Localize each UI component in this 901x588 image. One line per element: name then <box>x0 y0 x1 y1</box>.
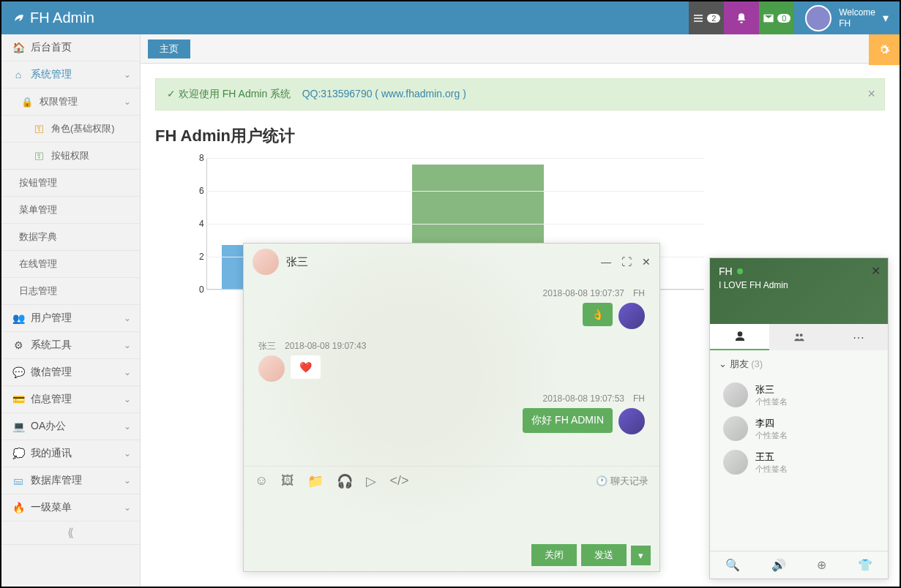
friend-item[interactable]: 王五个性签名 <box>710 445 888 479</box>
brand: FH Admin <box>1 10 105 26</box>
sidebar-collapse[interactable]: ⟪ <box>1 521 140 545</box>
message-meta: 张三 2018-08-08 19:07:43 <box>258 340 645 353</box>
avatar <box>805 5 831 31</box>
tasks-button[interactable]: 2 <box>689 1 724 34</box>
alert-text: ✓ 欢迎使用 FH Admin 系统 <box>167 88 291 99</box>
sidebar-item-users[interactable]: 👥用户管理⌄ <box>1 305 140 332</box>
tasks-badge: 2 <box>707 14 720 23</box>
sidebar-item-log[interactable]: 日志管理 <box>1 278 140 305</box>
code-icon[interactable]: </> <box>389 473 408 489</box>
minimize-icon[interactable]: — <box>601 256 611 268</box>
friend-item[interactable]: 李四个性签名 <box>710 412 888 445</box>
messages-button[interactable]: 0 <box>759 1 794 34</box>
chat-history-link[interactable]: 🕐 聊天记录 <box>596 475 648 488</box>
sidebar-item-permission[interactable]: 🔒权限管理⌄ <box>1 88 140 116</box>
notifications-button[interactable] <box>724 1 759 34</box>
chevron-down-icon: ⌄ <box>124 69 131 80</box>
chevron-down-icon: ⌄ <box>124 448 131 459</box>
friends-header: ✕ FH I LOVE FH Admin <box>710 258 888 324</box>
card-icon: 💳 <box>10 393 26 405</box>
add-icon[interactable]: ⊕ <box>817 558 826 572</box>
maximize-icon[interactable]: ⛶ <box>621 256 632 268</box>
audio-icon[interactable]: 🎧 <box>337 473 353 489</box>
sidebar-item-role[interactable]: ⚿角色(基础权限) <box>1 116 140 143</box>
close-icon[interactable]: ✕ <box>642 256 651 268</box>
chat-contact-name: 张三 <box>286 255 308 269</box>
key-icon: ⚿ <box>31 151 47 162</box>
chevron-down-icon: ⌄ <box>124 313 131 323</box>
friends-panel: ✕ FH I LOVE FH Admin ⋯ ⌄ 朋友 (3) 张三个性签名 李… <box>709 257 889 579</box>
alert-link[interactable]: ( www.fhadmin.org ) <box>375 88 466 99</box>
chat-footer: 关闭 发送 ▾ <box>244 539 659 571</box>
sidebar-item-online[interactable]: 在线管理 <box>1 251 140 278</box>
sidebar-item-home[interactable]: 🏠后台首页 <box>1 34 140 61</box>
chevron-down-icon: ⌄ <box>124 340 131 350</box>
emoji-icon[interactable]: ☺ <box>255 473 268 489</box>
brand-title: FH Admin <box>30 10 94 26</box>
dashboard-icon: 🏠 <box>10 42 26 53</box>
chat-send-button[interactable]: 发送 <box>581 544 627 566</box>
tab-more[interactable]: ⋯ <box>829 324 888 350</box>
sidebar-item-dict[interactable]: 数据字典 <box>1 224 140 251</box>
comment-icon: 💭 <box>10 448 26 459</box>
skin-icon[interactable]: 👕 <box>858 558 872 572</box>
sidebar-item-buttonmgmt[interactable]: 按钮管理 <box>1 170 140 197</box>
friends-tabs: ⋯ <box>710 324 888 350</box>
friend-name: 王五 <box>755 451 788 464</box>
chat-close-button[interactable]: 关闭 <box>531 544 577 566</box>
sidebar-item-db[interactable]: 🖴数据库管理⌄ <box>1 467 140 494</box>
messages-badge: 0 <box>777 14 790 23</box>
friend-name: 张三 <box>755 383 788 396</box>
user-menu[interactable]: Welcome FH ▾ <box>794 5 900 31</box>
y-tick: 8 <box>199 153 205 163</box>
sound-icon[interactable]: 🔊 <box>771 558 786 572</box>
file-icon[interactable]: 📁 <box>307 473 324 489</box>
chevron-down-icon: ▾ <box>883 11 889 25</box>
friend-item[interactable]: 张三个性签名 <box>710 378 888 412</box>
key-icon: ⚿ <box>31 124 47 135</box>
lock-icon: 🔒 <box>19 97 35 108</box>
message-bubble: 👌 <box>583 303 613 326</box>
friend-avatar <box>723 416 748 441</box>
search-icon[interactable]: 🔍 <box>725 558 740 572</box>
sidebar-item-level1[interactable]: 🔥一级菜单⌄ <box>1 494 140 521</box>
sidebar-item-wechat[interactable]: 💬微信管理⌄ <box>1 359 140 386</box>
chat-send-dropdown[interactable]: ▾ <box>631 546 651 565</box>
chevron-down-icon: ⌄ <box>124 475 131 486</box>
close-icon[interactable]: ✕ <box>871 264 881 278</box>
y-tick: 0 <box>199 284 205 295</box>
friend-signature: 个性签名 <box>755 430 788 441</box>
chart-title: FH Admin用户统计 <box>155 125 885 147</box>
tab-home[interactable]: 主页 <box>148 39 190 59</box>
app-header: FH Admin 2 0 Welcome FH ▾ <box>1 1 900 34</box>
sidebar-item-tools[interactable]: ⚙系统工具⌄ <box>1 332 140 359</box>
chat-message: 2018-08-08 19:07:53 FH 你好 FH ADMIN <box>258 393 645 434</box>
message-bubble: ❤️ <box>291 355 321 379</box>
fire-icon: 🔥 <box>10 502 26 513</box>
message-bubble: 你好 FH ADMIN <box>523 408 613 433</box>
chat-contact-avatar <box>253 249 279 275</box>
sidebar-item-menumgmt[interactable]: 菜单管理 <box>1 197 140 224</box>
chat-input[interactable] <box>244 495 659 539</box>
chat-window-controls: — ⛶ ✕ <box>601 256 651 268</box>
gear-button[interactable] <box>869 34 900 65</box>
image-icon[interactable]: 🖼 <box>281 473 294 489</box>
chat-messages: 2018-08-08 19:07:37 FH 👌 张三 2018-08-08 1… <box>244 280 659 466</box>
friend-avatar <box>723 450 748 475</box>
sidebar-item-oa[interactable]: 💻OA办公⌄ <box>1 413 140 440</box>
sidebar-item-buttonperm[interactable]: ⚿按钮权限 <box>1 143 140 170</box>
tab-contacts[interactable] <box>710 324 769 350</box>
sidebar-item-comm[interactable]: 💭我的通讯⌄ <box>1 440 140 467</box>
chat-header[interactable]: 张三 — ⛶ ✕ <box>244 244 659 280</box>
friend-group[interactable]: ⌄ 朋友 (3) <box>710 350 888 378</box>
sidebar-item-system[interactable]: ⌂系统管理⌄ <box>1 61 140 88</box>
my-name: FH <box>719 265 879 277</box>
chevron-down-icon: ⌄ <box>124 394 131 404</box>
message-avatar <box>618 408 645 434</box>
tab-groups[interactable] <box>769 324 829 350</box>
sidebar-item-info[interactable]: 💳信息管理⌄ <box>1 386 140 413</box>
friends-footer: 🔍 🔊 ⊕ 👕 <box>710 551 888 578</box>
video-icon[interactable]: ▷ <box>366 473 376 489</box>
leaf-icon <box>12 10 24 26</box>
close-icon[interactable]: × <box>867 86 875 102</box>
